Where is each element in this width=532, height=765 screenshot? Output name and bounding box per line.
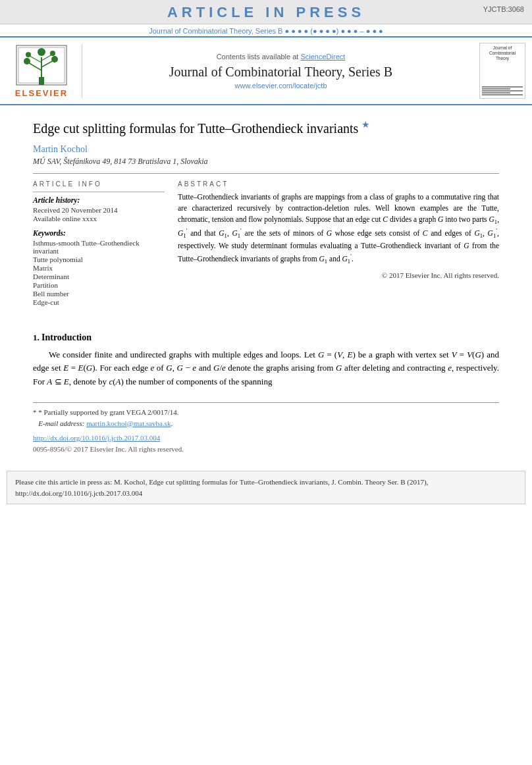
doi-link[interactable]: http://dx.doi.org/10.1016/j.jctb.2017.03… — [33, 434, 160, 442]
svg-point-8 — [26, 52, 31, 57]
citation-box: Please cite this article in press as: M.… — [7, 471, 525, 504]
elsevier-label: ELSEVIER — [15, 88, 68, 98]
article-history-block: Article history: Received 20 November 20… — [33, 196, 165, 223]
ref-code: YJCTB:3068 — [483, 5, 524, 13]
footnote-star-symbol: * — [33, 408, 38, 416]
contents-line: Contents lists available at ScienceDirec… — [89, 53, 473, 61]
journal-title: Journal of Combinatorial Theory, Series … — [89, 63, 473, 80]
article-in-press-label: ARTICLE IN PRESS — [167, 4, 365, 20]
journal-center: Contents lists available at ScienceDirec… — [89, 53, 473, 90]
abstract-header: ABSTRACT — [178, 180, 499, 188]
article-in-press-banner: ARTICLE IN PRESS YJCTB:3068 — [0, 0, 532, 24]
introduction-section: 1. Introduction We consider finite and u… — [33, 332, 499, 389]
cover-title: Journal ofCombinatorialTheory — [489, 45, 516, 61]
available-online: Available online xxxx — [33, 215, 165, 223]
author-affiliation: MÚ SAV, Štefánikova 49, 814 73 Bratislav… — [33, 157, 499, 167]
svg-point-6 — [24, 58, 30, 65]
article-info-header: ARTICLE INFO — [33, 180, 165, 188]
svg-rect-0 — [39, 77, 44, 85]
article-info-column: ARTICLE INFO Article history: Received 2… — [33, 180, 165, 313]
section-number: 1. Introduction — [33, 332, 499, 343]
elsevier-logo: ELSEVIER — [7, 44, 82, 98]
keyword-3: Matrix — [33, 264, 165, 272]
footnote-star: * * Partially supported by grant VEGA 2/… — [33, 407, 499, 418]
journal-header: ELSEVIER Contents lists available at Sci… — [0, 38, 532, 105]
svg-line-3 — [41, 61, 53, 67]
keyword-4: Determinant — [33, 273, 165, 280]
keyword-5: Partition — [33, 281, 165, 289]
footnotes: * * Partially supported by grant VEGA 2/… — [33, 402, 499, 454]
introduction-body: We consider finite and undirected graphs… — [33, 348, 499, 389]
footnote-email: E-mail address: martin.kochol@mat.savba.… — [33, 418, 499, 429]
article-info-abstract: ARTICLE INFO Article history: Received 2… — [33, 180, 499, 313]
svg-point-10 — [38, 48, 45, 56]
copyright-notice: 0095-8956/© 2017 Elsevier Inc. All right… — [33, 444, 499, 455]
article-content: Edge cut splitting formulas for Tutte–Gr… — [0, 105, 532, 461]
footnote-star-icon: ★ — [361, 120, 370, 130]
contents-text: Contents lists available at — [217, 53, 299, 61]
keyword-7: Edge-cut — [33, 298, 165, 306]
journal-cover-thumbnail: Journal ofCombinatorialTheory — [479, 43, 525, 99]
doi-line[interactable]: http://dx.doi.org/10.1016/j.jctb.2017.03… — [33, 433, 499, 444]
cover-lines — [482, 86, 523, 96]
keywords-block: Keywords: Isthmus-smooth Tutte–Grothendi… — [33, 229, 165, 306]
svg-point-7 — [51, 56, 58, 63]
keyword-6: Bell number — [33, 290, 165, 298]
article-history-title: Article history: — [33, 196, 165, 204]
journal-subline: Journal of Combinatorial Theory, Series … — [0, 24, 532, 38]
keywords-title: Keywords: — [33, 229, 165, 237]
citation-text: Please cite this article in press as: M.… — [15, 478, 428, 497]
abstract-copyright: © 2017 Elsevier Inc. All rights reserved… — [178, 271, 499, 279]
article-title: Edge cut splitting formulas for Tutte–Gr… — [33, 119, 499, 138]
email-link[interactable]: martin.kochol@mat.savba.sk — [86, 419, 171, 427]
keyword-2: Tutte polynomial — [33, 255, 165, 263]
author-name: Martin Kochol — [33, 144, 499, 155]
svg-point-9 — [50, 51, 55, 56]
section-divider — [33, 173, 499, 174]
section-title-text: Introduction — [41, 332, 92, 342]
received-date: Received 20 November 2014 — [33, 206, 165, 214]
keyword-1: Isthmus-smooth Tutte–Grothendieck invari… — [33, 239, 165, 255]
svg-line-2 — [28, 63, 41, 70]
footnote-star-text: * Partially supported by grant VEGA 2/00… — [38, 408, 178, 416]
abstract-text: Tutte–Grothendieck invariants of graphs … — [178, 192, 499, 266]
email-label: E-mail address: — [38, 419, 86, 427]
sciencedirect-link[interactable]: ScienceDirect — [300, 53, 345, 61]
article-title-text: Edge cut splitting formulas for Tutte–Gr… — [33, 121, 358, 136]
elsevier-tree-icon — [15, 44, 68, 87]
section-number-text: 1. — [33, 332, 40, 342]
journal-url[interactable]: www.elsevier.com/locate/jctb — [89, 82, 473, 90]
svg-line-4 — [30, 56, 41, 63]
abstract-column: ABSTRACT Tutte–Grothendieck invariants o… — [178, 180, 499, 313]
